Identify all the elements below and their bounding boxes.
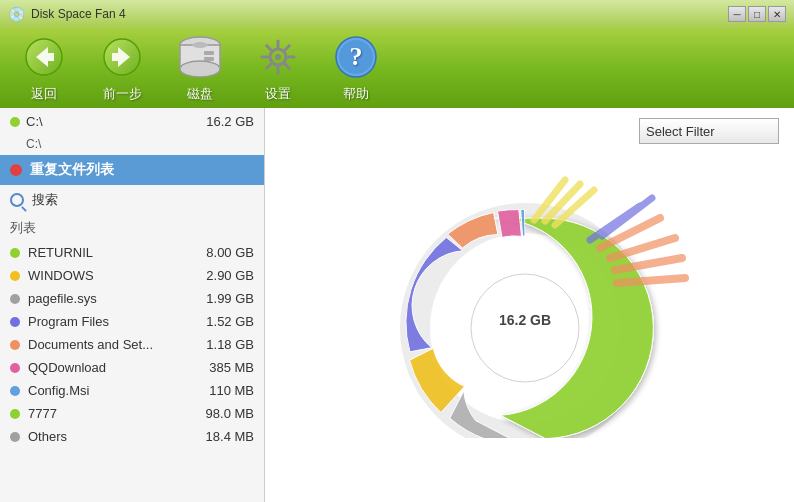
toolbar: 返回 前一步	[0, 28, 794, 108]
svg-point-6	[180, 61, 220, 77]
toolbar-back-button[interactable]: 返回	[20, 33, 68, 103]
help-label: 帮助	[343, 85, 369, 103]
svg-point-24	[471, 274, 579, 382]
title-bar: 💿 Disk Space Fan 4 ─ □ ✕	[0, 0, 794, 28]
forward-label: 前一步	[103, 85, 142, 103]
file-color-dot	[10, 317, 20, 327]
toolbar-forward-button[interactable]: 前一步	[98, 33, 146, 103]
maximize-button[interactable]: □	[748, 6, 766, 22]
disk-chart: 16.2 GB	[370, 158, 690, 438]
file-color-dot	[10, 340, 20, 350]
list-item[interactable]: Program Files 1.52 GB	[0, 310, 264, 333]
disk-label: 磁盘	[187, 85, 213, 103]
drive-path: C:\	[0, 135, 264, 155]
file-name: Program Files	[28, 314, 186, 329]
svg-rect-8	[204, 51, 214, 55]
list-item[interactable]: QQDownload 385 MB	[0, 356, 264, 379]
disk-icon	[176, 33, 224, 81]
svg-line-18	[285, 46, 289, 50]
file-color-dot	[10, 363, 20, 373]
file-name: WINDOWS	[28, 268, 186, 283]
file-size: 1.99 GB	[194, 291, 254, 306]
file-name: RETURNIL	[28, 245, 186, 260]
svg-line-19	[267, 64, 271, 68]
toolbar-disk-button[interactable]: 磁盘	[176, 33, 224, 103]
file-size: 98.0 MB	[194, 406, 254, 421]
file-size: 2.90 GB	[194, 268, 254, 283]
file-size: 1.52 GB	[194, 314, 254, 329]
file-color-dot	[10, 294, 20, 304]
file-size: 385 MB	[194, 360, 254, 375]
file-color-dot	[10, 432, 20, 442]
app-icon: 💿	[8, 6, 25, 22]
list-item: Others 18.4 MB	[0, 425, 264, 448]
list-item[interactable]: WINDOWS 2.90 GB	[0, 264, 264, 287]
file-size: 110 MB	[194, 383, 254, 398]
svg-text:16.2 GB: 16.2 GB	[498, 312, 550, 328]
toolbar-help-button[interactable]: ? 帮助	[332, 33, 380, 103]
settings-icon	[254, 33, 302, 81]
file-name: Others	[28, 429, 186, 444]
nav-duplicates-label: 重复文件列表	[30, 161, 114, 179]
minimize-button[interactable]: ─	[728, 6, 746, 22]
search-icon	[10, 193, 24, 207]
back-icon	[20, 33, 68, 81]
duplicate-icon	[10, 164, 22, 176]
window-controls: ─ □ ✕	[728, 6, 786, 22]
chart-segment-qqdownload[interactable]	[497, 210, 521, 238]
left-panel: C:\ 16.2 GB C:\ 重复文件列表 搜索 列表 RETURNIL 8.…	[0, 108, 265, 502]
file-size: 8.00 GB	[194, 245, 254, 260]
svg-line-29	[617, 278, 685, 283]
forward-icon	[98, 33, 146, 81]
list-item[interactable]: Documents and Set... 1.18 GB	[0, 333, 264, 356]
list-item[interactable]: pagefile.sys 1.99 GB	[0, 287, 264, 310]
nav-duplicates-button[interactable]: 重复文件列表	[0, 155, 264, 185]
drive-header[interactable]: C:\ 16.2 GB	[0, 108, 264, 135]
chart-svg: 16.2 GB	[370, 158, 690, 438]
file-size: 1.18 GB	[194, 337, 254, 352]
drive-status-dot	[10, 117, 20, 127]
file-name: Config.Msi	[28, 383, 186, 398]
file-name: Documents and Set...	[28, 337, 186, 352]
nav-search-button[interactable]: 搜索	[0, 185, 264, 215]
main-area: C:\ 16.2 GB C:\ 重复文件列表 搜索 列表 RETURNIL 8.…	[0, 108, 794, 502]
title-bar-left: 💿 Disk Space Fan 4	[8, 6, 126, 22]
svg-point-7	[192, 42, 208, 48]
file-color-dot	[10, 409, 20, 419]
nav-search-label: 搜索	[32, 191, 58, 209]
drive-name: C:\	[26, 114, 200, 129]
svg-text:?: ?	[350, 42, 363, 71]
file-name: QQDownload	[28, 360, 186, 375]
right-panel: Select Filter All Files Images Videos Do…	[265, 108, 794, 502]
file-color-dot	[10, 271, 20, 281]
file-name: pagefile.sys	[28, 291, 186, 306]
list-item[interactable]: RETURNIL 8.00 GB	[0, 241, 264, 264]
list-item[interactable]: 7777 98.0 MB	[0, 402, 264, 425]
close-button[interactable]: ✕	[768, 6, 786, 22]
list-section-label: 列表	[0, 215, 264, 241]
file-color-dot	[10, 248, 20, 258]
list-item[interactable]: Config.Msi 110 MB	[0, 379, 264, 402]
app-title: Disk Space Fan 4	[31, 7, 126, 21]
svg-rect-9	[204, 57, 214, 61]
settings-label: 设置	[265, 85, 291, 103]
filter-bar: Select Filter All Files Images Videos Do…	[265, 108, 794, 154]
svg-point-11	[275, 54, 281, 60]
file-size: 18.4 MB	[194, 429, 254, 444]
file-name: 7777	[28, 406, 186, 421]
svg-line-16	[267, 46, 271, 50]
toolbar-settings-button[interactable]: 设置	[254, 33, 302, 103]
svg-line-17	[285, 64, 289, 68]
filter-select[interactable]: Select Filter All Files Images Videos Do…	[639, 118, 779, 144]
drive-size: 16.2 GB	[206, 114, 254, 129]
back-label: 返回	[31, 85, 57, 103]
help-icon: ?	[332, 33, 380, 81]
file-color-dot	[10, 386, 20, 396]
